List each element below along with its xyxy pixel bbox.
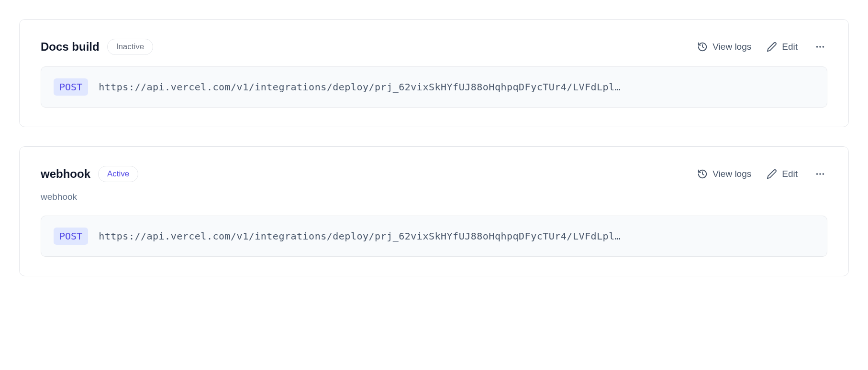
view-logs-label: View logs [712,169,751,179]
http-method-badge: POST [54,228,88,245]
view-logs-label: View logs [712,42,751,52]
card-title: webhook [41,167,90,181]
card-header: webhook Active View logs [41,166,827,182]
status-badge: Active [98,166,138,182]
endpoint-display: POST https://api.vercel.com/v1/integrati… [41,216,827,257]
history-icon [697,169,708,179]
webhook-card: Docs build Inactive View logs [19,19,849,127]
svg-point-3 [816,173,818,175]
header-left: webhook Active [41,166,138,182]
header-actions: View logs Edit [697,40,827,54]
svg-point-0 [816,46,818,48]
view-logs-button[interactable]: View logs [697,42,751,52]
history-icon [697,42,708,52]
svg-point-5 [823,173,824,175]
view-logs-button[interactable]: View logs [697,169,751,179]
edit-label: Edit [782,42,798,52]
pencil-icon [767,169,777,179]
header-left: Docs build Inactive [41,39,153,55]
edit-label: Edit [782,169,798,179]
webhook-card: webhook Active View logs [19,146,849,276]
dots-horizontal-icon [815,42,825,52]
card-header: Docs build Inactive View logs [41,39,827,55]
svg-point-1 [819,46,821,48]
header-actions: View logs Edit [697,167,827,181]
card-subtitle: webhook [41,192,827,202]
http-method-badge: POST [54,78,88,96]
edit-button[interactable]: Edit [767,42,798,52]
more-menu-button[interactable] [813,167,827,181]
dots-horizontal-icon [815,169,825,179]
more-menu-button[interactable] [813,40,827,54]
card-title: Docs build [41,40,100,54]
svg-point-2 [823,46,824,48]
status-badge: Inactive [107,39,154,55]
endpoint-display: POST https://api.vercel.com/v1/integrati… [41,66,827,108]
edit-button[interactable]: Edit [767,169,798,179]
endpoint-url: https://api.vercel.com/v1/integrations/d… [99,230,814,242]
pencil-icon [767,42,777,52]
endpoint-url: https://api.vercel.com/v1/integrations/d… [99,81,814,93]
svg-point-4 [819,173,821,175]
